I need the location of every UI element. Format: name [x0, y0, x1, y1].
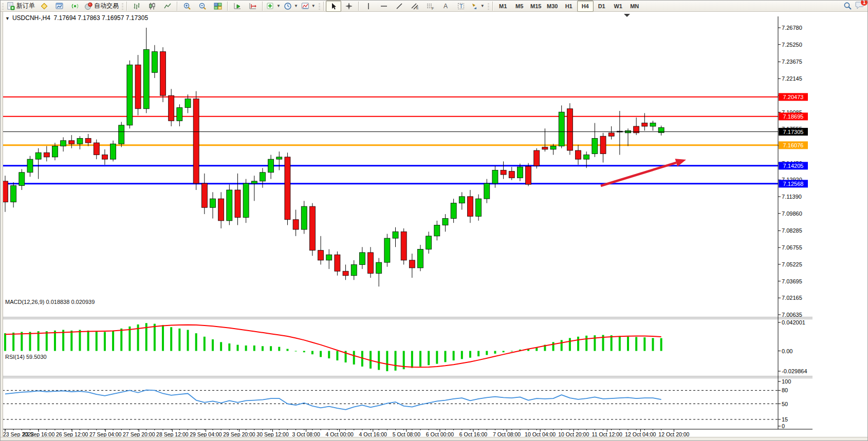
candle: [85, 134, 91, 146]
zoom-out-icon: [198, 2, 207, 10]
candle: [69, 135, 75, 148]
tile-windows-button[interactable]: [210, 1, 226, 12]
svg-text:15: 15: [782, 416, 788, 423]
auto-scroll-button[interactable]: [230, 1, 245, 12]
toolbar-grip[interactable]: [487, 2, 490, 10]
navigator-button[interactable]: [52, 1, 67, 12]
candle: [650, 121, 656, 130]
candle: [44, 146, 49, 161]
timeframe-button-mn[interactable]: MN: [626, 1, 643, 12]
indicators-button[interactable]: ▼: [265, 1, 282, 12]
candle: [160, 47, 166, 102]
svg-text:-0.029864: -0.029864: [782, 368, 807, 374]
chart-shift-marker[interactable]: [624, 14, 630, 17]
candle: [434, 221, 440, 240]
candle: [27, 156, 33, 177]
timeframe-button-d1[interactable]: D1: [594, 1, 610, 12]
arrows-button[interactable]: ▼: [469, 1, 486, 12]
toolbar-grip[interactable]: [2, 2, 4, 10]
price-badge: 7.14205: [779, 162, 808, 169]
market-watch-button[interactable]: [36, 1, 52, 12]
crosshair-button[interactable]: [341, 1, 357, 12]
chevron-down-icon: ▼: [294, 4, 298, 8]
candle: [384, 234, 390, 267]
timeframe-button-m30[interactable]: M30: [544, 1, 561, 12]
svg-text:0.00: 0.00: [782, 348, 792, 354]
timeframe-strip: M1M5M15M30H1H4D1W1MN: [495, 1, 643, 12]
candle: [526, 163, 531, 186]
zoom-in-button[interactable]: [179, 1, 195, 12]
toolbar-grip[interactable]: [121, 2, 124, 10]
svg-text:A: A: [444, 3, 448, 10]
chart-shift-button[interactable]: [245, 1, 261, 12]
vertical-line-button[interactable]: [361, 1, 376, 12]
candle: [143, 28, 149, 113]
toolbar: 新订单: [1, 1, 867, 12]
timeframe-button-m1[interactable]: M1: [495, 1, 511, 12]
price-badge: 7.18695: [779, 112, 808, 120]
periods-button[interactable]: ▼: [282, 1, 300, 12]
cursor-button[interactable]: [326, 1, 341, 12]
svg-text:7.18695: 7.18695: [783, 113, 804, 120]
candle: [600, 133, 606, 163]
fibonacci-button[interactable]: F: [422, 1, 438, 12]
svg-text:0: 0: [782, 423, 785, 429]
notification-badge: 1: [860, 0, 868, 6]
candle: [251, 176, 257, 201]
price-badge: 7.17305: [779, 128, 808, 136]
candlestick-chart-button[interactable]: [144, 1, 160, 12]
candle: [19, 169, 25, 190]
timeframe-button-w1[interactable]: W1: [610, 1, 626, 12]
chart-shift-icon: [249, 2, 257, 10]
autotrading-icon: [84, 2, 93, 10]
symbol-label: USDCNH-,H4: [12, 14, 50, 22]
candle: [169, 89, 174, 126]
candle: [293, 209, 299, 236]
timeframe-button-h4[interactable]: H4: [577, 1, 594, 12]
bar-chart-button[interactable]: [129, 1, 144, 12]
timeframe-button-m5[interactable]: M5: [511, 1, 528, 12]
candle: [94, 140, 99, 159]
trendline-button[interactable]: [392, 1, 407, 12]
equidistant-channel-button[interactable]: E: [407, 1, 422, 12]
candle: [559, 105, 564, 148]
timeframe-button-h1[interactable]: H1: [561, 1, 577, 12]
svg-text:7.26780: 7.26780: [782, 25, 802, 31]
svg-text:7.11390: 7.11390: [782, 194, 802, 200]
search-icon[interactable]: [843, 2, 852, 10]
svg-text:100: 100: [782, 378, 791, 385]
candle: [127, 61, 133, 129]
candle: [401, 228, 407, 265]
tile-windows-icon: [214, 2, 222, 10]
templates-button[interactable]: ▼: [300, 1, 317, 12]
new-order-label: 新订单: [16, 2, 35, 10]
macd-pane: 0.0420010.00-0.029864: [4, 319, 807, 374]
line-chart-icon: [163, 2, 172, 10]
timeframe-button-m15[interactable]: M15: [528, 1, 544, 12]
candle: [335, 252, 340, 276]
navigator-icon: [56, 2, 64, 10]
candle: [119, 122, 124, 147]
horizontal-line-button[interactable]: [376, 1, 392, 12]
toolbar-grip[interactable]: [318, 2, 321, 10]
candle: [193, 91, 199, 190]
candle: [276, 151, 282, 170]
svg-text:7.20473: 7.20473: [783, 94, 804, 100]
chevron-down-icon[interactable]: ▼: [5, 16, 10, 21]
zoom-out-button[interactable]: [195, 1, 210, 12]
new-order-button[interactable]: 新订单: [5, 1, 36, 12]
line-chart-button[interactable]: [160, 1, 175, 12]
signals-button[interactable]: [67, 1, 83, 12]
chevron-down-icon: ▼: [481, 4, 485, 8]
candle: [592, 123, 598, 157]
notifications-button[interactable]: 1: [855, 1, 864, 11]
text-label-button[interactable]: T: [453, 1, 469, 12]
candle: [484, 179, 490, 203]
autotrading-button[interactable]: 自动交易: [83, 1, 120, 12]
candle: [442, 214, 448, 232]
candle: [658, 126, 664, 136]
new-order-icon: [7, 2, 15, 10]
horizontal-line-icon: [380, 2, 388, 10]
price-badge: 7.12568: [779, 180, 808, 187]
text-button[interactable]: A: [438, 1, 453, 12]
